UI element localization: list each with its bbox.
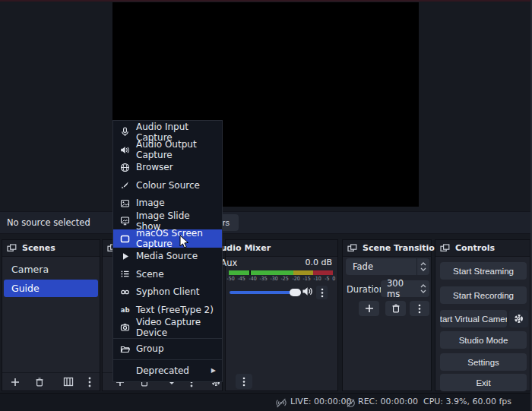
- volume-slider[interactable]: [230, 291, 291, 294]
- menu-item-audio-output-capture[interactable]: Audio Output Capture: [113, 141, 222, 158]
- scene-list-icon: [119, 269, 130, 279]
- studio-mode-button[interactable]: Studio Mode: [440, 331, 527, 349]
- tick-label: -40: [249, 276, 256, 282]
- mouse-cursor: [179, 235, 189, 249]
- menu-item-colour-source[interactable]: Colour Source: [113, 176, 222, 194]
- transitions-panel-header: Scene Transitions: [343, 240, 431, 257]
- context-bar: No source selected Filters: [0, 211, 532, 234]
- tick-label: -20: [292, 276, 299, 282]
- menu-item-scene[interactable]: Scene: [113, 265, 222, 283]
- menu-item-label: Audio Output Capture: [136, 139, 216, 160]
- volume-slider-handle[interactable]: [290, 289, 301, 296]
- rec-time: REC: 00:00:00: [358, 397, 418, 406]
- transitions-more-button[interactable]: [410, 301, 429, 316]
- controls-panel-title: Controls: [455, 243, 495, 253]
- tick-label: -10: [314, 276, 321, 282]
- virtual-camera-settings-gear-icon[interactable]: [509, 310, 528, 327]
- no-source-selected-text: No source selected: [7, 217, 90, 228]
- audio-mixer-header: Audio Mixer: [226, 240, 337, 257]
- paintbrush-icon: [119, 180, 130, 190]
- remove-scene-button[interactable]: [33, 375, 46, 388]
- start-recording-button[interactable]: Start Recording: [440, 286, 527, 304]
- menu-item-browser[interactable]: Browser: [113, 159, 222, 176]
- mic-icon: [119, 127, 130, 137]
- scenes-more-button[interactable]: [83, 375, 97, 388]
- stream-inactive-icon: [275, 398, 287, 408]
- menu-item-image[interactable]: Image: [113, 194, 222, 212]
- scene-item-guide[interactable]: Guide: [4, 280, 98, 297]
- transitions-panel-title: Scene Transitions: [363, 243, 445, 253]
- menu-item-group[interactable]: Group: [113, 340, 222, 358]
- svg-text:ab: ab: [120, 306, 129, 314]
- start-virtual-camera-button[interactable]: Start Virtual Camera: [440, 310, 507, 327]
- tick-label: -35: [259, 276, 267, 282]
- mixer-panel-more-button[interactable]: [236, 374, 252, 389]
- menu-item-deprecated[interactable]: Deprecated ▶: [113, 362, 222, 379]
- remove-transition-button[interactable]: [385, 301, 406, 316]
- settings-button[interactable]: Settings: [440, 353, 527, 371]
- menu-item-audio-input-capture[interactable]: Audio Input Capture: [113, 123, 222, 141]
- dock-icon[interactable]: [440, 244, 450, 252]
- menu-item-text-freetype2[interactable]: ab Text (FreeType 2): [113, 301, 222, 318]
- image-icon: [119, 198, 130, 208]
- menu-item-label: Syphon Client: [136, 286, 199, 297]
- menu-item-media-source[interactable]: Media Source: [113, 248, 222, 265]
- display-icon: [119, 234, 130, 244]
- grid-view-icon[interactable]: [62, 375, 75, 388]
- menu-item-label: Scene: [136, 269, 164, 280]
- status-bar: LIVE: 00:00:00 REC: 00:00:00 CPU: 3.9%, …: [0, 393, 532, 411]
- add-source-menu: Audio Input Capture Audio Output Capture…: [112, 120, 223, 382]
- speaker-icon[interactable]: [302, 286, 313, 297]
- controls-panel-header: Controls: [435, 240, 530, 257]
- menu-item-label: Media Source: [136, 251, 198, 261]
- tick-label: 0: [332, 276, 335, 282]
- audio-mixer-title: Audio Mixer: [214, 243, 271, 253]
- menu-item-image-slide-show[interactable]: Image Slide Show: [113, 212, 222, 229]
- controls-panel: Controls Start Streaming Start Recording…: [435, 239, 530, 391]
- scenes-panel-header: Scenes: [2, 240, 100, 257]
- volume-meter-notch: [249, 270, 251, 275]
- text-icon: ab: [119, 305, 130, 315]
- folder-icon: [119, 344, 130, 354]
- transition-select-value: Fade: [346, 261, 416, 272]
- volume-meter: [229, 270, 333, 275]
- menu-item-label: Text (FreeType 2): [136, 305, 214, 315]
- scene-item-camera[interactable]: Camera: [4, 261, 98, 277]
- play-icon: [119, 251, 130, 261]
- tick-label: -50: [227, 276, 235, 282]
- menu-item-syphon-client[interactable]: Syphon Client: [113, 283, 222, 301]
- slideshow-icon: [119, 216, 130, 226]
- start-streaming-button[interactable]: Start Streaming: [440, 262, 527, 280]
- tick-label: -30: [271, 276, 278, 282]
- exit-button[interactable]: Exit: [440, 374, 527, 391]
- menu-item-macos-screen-capture[interactable]: macOS Screen Capture: [113, 229, 222, 247]
- spinbox-chevrons-icon[interactable]: [417, 280, 429, 297]
- globe-icon: [119, 163, 130, 172]
- syphon-icon: [119, 287, 130, 297]
- mixer-source-more-button[interactable]: [316, 286, 328, 299]
- scenes-panel: Scenes Camera Guide: [2, 239, 100, 391]
- live-time: LIVE: 00:00:00: [290, 397, 351, 406]
- tick-label: -15: [303, 276, 311, 282]
- volume-slider-row: [226, 284, 337, 299]
- meter-scale: -50 -45 -40 -35 -30 -25 -20 -15 -10 -5 0: [226, 276, 336, 282]
- menu-item-label: Group: [136, 343, 164, 354]
- transition-select[interactable]: Fade: [346, 258, 429, 275]
- mixer-level-db: 0.0 dB: [305, 258, 332, 267]
- scene-transitions-panel: Scene Transitions Fade Duration 300 ms: [342, 239, 432, 391]
- obs-main-window: No source selected Filters Scenes Camera…: [0, 0, 532, 411]
- menu-item-label: Image: [136, 198, 165, 208]
- duration-label: Duration: [347, 284, 385, 295]
- tick-label: -25: [281, 276, 289, 282]
- cpu-fps-stats: CPU: 3.9%, 60.00 fps: [423, 397, 511, 406]
- menu-separator: [113, 359, 222, 360]
- add-scene-button[interactable]: [8, 375, 22, 388]
- add-transition-button[interactable]: [359, 301, 379, 316]
- dock-icon[interactable]: [7, 244, 17, 252]
- dock-icon[interactable]: [347, 244, 357, 252]
- duration-spinbox[interactable]: 300 ms: [381, 280, 429, 297]
- duration-value: 300 ms: [381, 278, 417, 299]
- scenes-toolbar: [2, 372, 100, 390]
- select-chevrons-icon[interactable]: [416, 258, 429, 275]
- menu-item-video-capture-device[interactable]: Video Capture Device: [113, 318, 222, 336]
